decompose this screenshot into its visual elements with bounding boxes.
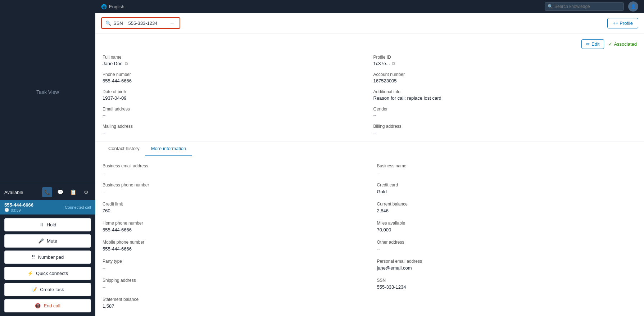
mobile-phone-value: 555-444-6666 — [103, 246, 363, 252]
miles-available-item: Miles available 70,000 — [377, 221, 637, 233]
ssn-value: 555-333-1234 — [377, 284, 637, 290]
additional-info-label: Additional info — [373, 89, 637, 94]
mobile-phone-label: Mobile phone number — [103, 240, 363, 245]
gender-value: -- — [373, 113, 637, 118]
statement-balance-label: Statement balance — [103, 297, 363, 302]
end-call-button[interactable]: 📵 End call — [4, 299, 91, 312]
dob-item: Date of birth 1937-04-09 — [103, 89, 366, 101]
party-type-item: Party type -- — [103, 259, 363, 271]
additional-info-value: Reason for call: replace lost card — [373, 95, 637, 101]
profile-search-input[interactable] — [113, 21, 167, 26]
dob-label: Date of birth — [103, 89, 366, 94]
full-name-item: Full name Jane Doe ⧉ — [103, 55, 366, 66]
hold-icon: ⏸ — [39, 222, 44, 227]
personal-email-value: jane@email.com — [377, 265, 637, 271]
info-grid: Business email address -- Business name … — [103, 163, 637, 309]
statement-balance-item: Statement balance 1,587 — [103, 297, 363, 309]
current-balance-value: 2,846 — [377, 208, 637, 213]
plus-icon: + — [613, 21, 616, 26]
profile-search-input-wrap: 🔍 → — [101, 17, 180, 29]
sidebar-buttons: ⏸ Hold 🎤 Mute ⠿ Number pad ⚡ Quick conne… — [0, 215, 95, 316]
profile-info: ✏ Edit ✓ Associated Full name Jane Doe ⧉ — [95, 33, 644, 141]
chat-icon[interactable]: 💬 — [55, 187, 65, 197]
credit-card-value: Gold — [377, 189, 637, 194]
search-icon: 🔍 — [105, 21, 111, 26]
phone-icon[interactable]: 📞 — [42, 187, 52, 197]
quick-connects-button[interactable]: ⚡ Quick connects — [4, 267, 91, 280]
edit-icon: ✏ — [586, 41, 590, 47]
email-label: Email address — [103, 107, 366, 112]
settings-icon[interactable]: ⚙ — [81, 187, 91, 197]
profile-id-label: Profile ID — [373, 55, 637, 60]
gender-label: Gender — [373, 107, 637, 112]
business-email-value: -- — [103, 170, 363, 175]
task-icon[interactable]: 📋 — [68, 187, 78, 197]
additional-info-item: Additional info Reason for call: replace… — [373, 89, 637, 101]
dob-value: 1937-04-09 — [103, 95, 366, 101]
status-bar: Available 📞 💬 📋 ⚙ 555-444-6666 🕐 03:39 C… — [0, 184, 95, 215]
create-task-button[interactable]: 📝 Create task — [4, 283, 91, 296]
status-icons: 📞 💬 📋 ⚙ — [42, 187, 91, 197]
mute-button[interactable]: 🎤 Mute — [4, 234, 91, 248]
billing-label: Billing address — [373, 124, 637, 129]
statement-balance-value: 1,587 — [103, 303, 363, 309]
content-area: 🔍 → + + Profile ✏ Edit ✓ — [95, 13, 644, 316]
mailing-item: Mailing address -- — [103, 124, 366, 135]
tabs-row: Contact history More information — [95, 141, 644, 156]
shipping-label: Shipping address — [103, 278, 363, 283]
mobile-phone-item: Mobile phone number 555-444-6666 — [103, 240, 363, 252]
business-phone-label: Business phone number — [103, 182, 363, 188]
phone-number-item: Phone number 555-444-6666 — [103, 72, 366, 83]
status-available-label: Available — [4, 190, 23, 195]
number-pad-button[interactable]: ⠿ Number pad — [4, 250, 91, 264]
call-row: 555-444-6666 🕐 03:39 Connected call — [0, 200, 95, 215]
topbar-right: 🔍 👤 — [545, 1, 638, 12]
profile-id-item: Profile ID 1c37e... ⧉ — [373, 55, 637, 66]
avatar[interactable]: 👤 — [628, 1, 638, 12]
account-number-value: 167523005 — [373, 78, 637, 83]
add-profile-button[interactable]: + + Profile — [607, 18, 638, 28]
business-email-label: Business email address — [103, 163, 363, 168]
tab-contact-history[interactable]: Contact history — [103, 141, 145, 156]
home-phone-label: Home phone number — [103, 221, 363, 226]
profile-header-row: ✏ Edit ✓ Associated — [103, 39, 637, 49]
check-icon: ✓ — [608, 41, 612, 47]
search-knowledge-input[interactable] — [545, 2, 624, 11]
main-panel: 🌐 English 🔍 👤 🔍 → + + Profile — [95, 0, 644, 316]
gender-item: Gender -- — [373, 107, 637, 118]
business-phone-item: Business phone number -- — [103, 182, 363, 194]
hold-button[interactable]: ⏸ Hold — [4, 218, 91, 231]
copy-profile-id-icon[interactable]: ⧉ — [392, 61, 395, 66]
create-task-icon: 📝 — [31, 287, 37, 292]
email-item: Email address -- — [103, 107, 366, 118]
search-knowledge-icon: 🔍 — [548, 4, 553, 9]
other-address-item: Other address -- — [377, 240, 637, 252]
other-address-value: -- — [377, 246, 637, 252]
credit-card-label: Credit card — [377, 182, 637, 188]
shipping-item: Shipping address -- — [103, 278, 363, 290]
end-call-icon: 📵 — [35, 303, 41, 308]
phone-number-label: Phone number — [103, 72, 366, 77]
language-label: English — [109, 4, 124, 9]
call-timer: 🕐 03:39 — [4, 208, 33, 212]
credit-card-item: Credit card Gold — [377, 182, 637, 194]
current-balance-item: Current balance 2,846 — [377, 202, 637, 213]
credit-limit-item: Credit limit 760 — [103, 202, 363, 213]
profile-actions: ✏ Edit ✓ Associated — [581, 39, 637, 49]
ssn-label: SSN — [377, 278, 637, 283]
miles-available-value: 70,000 — [377, 227, 637, 233]
globe-icon: 🌐 — [101, 4, 107, 9]
mute-icon: 🎤 — [38, 238, 44, 244]
edit-button[interactable]: ✏ Edit — [581, 39, 604, 49]
business-phone-value: -- — [103, 189, 363, 194]
account-number-item: Account number 167523005 — [373, 72, 637, 83]
phone-number-value: 555-444-6666 — [103, 78, 366, 83]
party-type-value: -- — [103, 265, 363, 271]
tab-more-information[interactable]: More information — [145, 141, 192, 156]
business-name-item: Business name -- — [377, 163, 637, 175]
mailing-value: -- — [103, 130, 366, 135]
search-arrow-icon[interactable]: → — [169, 20, 174, 26]
copy-full-name-icon[interactable]: ⧉ — [125, 61, 128, 66]
billing-value: -- — [373, 130, 637, 135]
full-name-value: Jane Doe ⧉ — [103, 61, 366, 66]
